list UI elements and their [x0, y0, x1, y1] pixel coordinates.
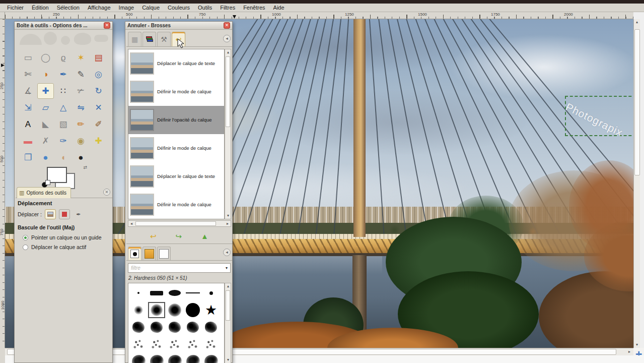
tool-crop[interactable]: ✃	[73, 83, 89, 99]
tab-tool-options[interactable]: ▥ Options des outils	[17, 187, 71, 198]
tool-ellipse-select[interactable]: ◯	[37, 50, 54, 66]
tab-gradients[interactable]	[157, 247, 171, 260]
tool-ink[interactable]: ✑	[55, 133, 71, 149]
undo-item[interactable]: Définir le mode de calque	[128, 134, 224, 162]
brush-grain[interactable]	[148, 353, 166, 363]
tool-align[interactable]: ∷	[55, 83, 71, 99]
brush-spray[interactable]	[166, 336, 184, 353]
tool-rotate[interactable]: ↻	[90, 83, 107, 99]
brush-grid-vscrollbar[interactable]: ▴ ▾	[225, 283, 231, 363]
brush-thin-line[interactable]	[184, 284, 202, 301]
vertical-scroll-thumb[interactable]	[634, 29, 640, 175]
tool-cage-transform[interactable]: ✕	[90, 100, 107, 115]
tab-brushes[interactable]	[128, 247, 141, 260]
move-selection-toggle[interactable]	[59, 209, 70, 219]
tool-scale[interactable]: ⇲	[20, 100, 36, 115]
undo-window-titlebar[interactable]: Annuler - Brosses ✕	[125, 22, 232, 30]
swap-colors-icon[interactable]: ⇄	[83, 165, 87, 170]
scroll-down-icon[interactable]: ▾	[225, 213, 231, 219]
tool-dodge-burn[interactable]: ●	[73, 150, 89, 165]
undo-list-hscrollbar[interactable]: ◂ ▸	[128, 220, 231, 227]
brush-spray[interactable]	[148, 336, 166, 353]
menu-item-image[interactable]: Image	[115, 4, 138, 11]
brush-ellipse-flat[interactable]	[166, 284, 184, 301]
tool-perspective-clone[interactable]: ❐	[20, 150, 36, 165]
move-path-toggle[interactable]: ✒	[73, 209, 84, 219]
vertical-ruler[interactable]: 2505007501000	[0, 19, 5, 348]
tool-text[interactable]: A	[20, 116, 36, 132]
undo-list-vscrollbar[interactable]: ▴ ▾	[225, 49, 231, 219]
brush-grain[interactable]	[184, 353, 202, 363]
tool-clone[interactable]: ◉	[73, 133, 89, 149]
undo-item[interactable]: Déplacer le calque de texte	[128, 162, 224, 191]
tab-patterns[interactable]	[142, 247, 156, 260]
brush-spray[interactable]	[202, 336, 220, 353]
tab-layers-dialog[interactable]	[142, 32, 156, 46]
tool-fuzzy-select[interactable]: ✶	[73, 50, 89, 66]
scroll-down-icon[interactable]: ▾	[225, 357, 231, 363]
brush-star[interactable]: ★	[202, 301, 220, 319]
brush-hardness-050[interactable]	[148, 301, 166, 319]
radio-move-active-layer[interactable]: Déplacer le calque actif	[23, 244, 110, 250]
redo-button[interactable]: ↪	[176, 232, 182, 240]
brush-hardness-100[interactable]	[184, 301, 202, 319]
ruler-origin-button[interactable]	[0, 12, 5, 19]
tool-color-picker[interactable]: ✎	[73, 67, 89, 82]
brush-fuzzy-small[interactable]	[129, 301, 148, 319]
text-layer-selection[interactable]: Photograpix	[565, 96, 633, 136]
menu-item-couleurs[interactable]: Couleurs	[164, 4, 194, 11]
move-layer-toggle[interactable]	[45, 209, 56, 219]
tool-scissors-select[interactable]: ✄	[20, 67, 36, 82]
brush-texture[interactable]	[166, 319, 184, 336]
tool-select-by-color[interactable]: ▤	[90, 50, 107, 66]
tool-flip[interactable]: ⇋	[73, 100, 89, 115]
scroll-right-icon[interactable]: ▸	[225, 221, 231, 227]
brush-small-dot[interactable]	[202, 284, 220, 301]
panel-close-icon[interactable]: ✕	[103, 189, 110, 196]
tool-paths[interactable]: ✒	[55, 67, 71, 82]
menu-item-fichier[interactable]: Fichier	[3, 4, 28, 11]
brush-texture[interactable]	[202, 319, 220, 336]
menu-item-outils[interactable]: Outils	[194, 4, 216, 11]
menu-item-selection[interactable]: Sélection	[53, 4, 84, 11]
tool-bucket-fill[interactable]: ◣	[37, 116, 54, 132]
tool-measure[interactable]: ∡	[20, 83, 36, 99]
tool-eraser[interactable]: ▬	[20, 133, 36, 149]
menu-item-fenetres[interactable]: Fenêtres	[239, 4, 269, 11]
tool-airbrush[interactable]: ✗	[37, 133, 54, 149]
brush-grain[interactable]	[129, 353, 148, 363]
tool-blur-sharpen[interactable]: ●	[37, 150, 54, 165]
undo-item[interactable]: Déplacer le calque de texte	[128, 49, 224, 78]
menu-item-filtres[interactable]: Filtres	[216, 4, 239, 11]
tool-free-select[interactable]: ϱ	[55, 50, 71, 66]
tool-gradient[interactable]: ▧	[55, 116, 71, 132]
tool-move[interactable]: ✚	[37, 83, 54, 99]
brush-grid[interactable]: ★	[128, 283, 225, 363]
scroll-right-icon[interactable]: ▸	[626, 349, 632, 355]
tool-pencil[interactable]: ✏	[73, 116, 89, 132]
menu-item-affichage[interactable]: Affichage	[84, 4, 115, 11]
close-icon[interactable]: ✕	[104, 22, 110, 29]
tool-rect-select[interactable]: ▭	[20, 50, 36, 66]
scroll-left-icon[interactable]: ◂	[128, 221, 134, 227]
brush-grain[interactable]	[166, 353, 184, 363]
clear-history-button[interactable]: ▲	[201, 232, 208, 240]
tool-heal[interactable]: ✚	[90, 133, 107, 149]
brush-spray[interactable]	[129, 336, 148, 353]
tool-zoom[interactable]: ◎	[90, 67, 107, 82]
brush-texture[interactable]	[129, 319, 148, 336]
scroll-thumb[interactable]	[135, 221, 216, 226]
vertical-scrollbar[interactable]: ▴ ▾	[633, 19, 640, 348]
horizontal-ruler[interactable]: 25050075010001250150017502000	[5, 12, 633, 19]
tool-perspective[interactable]: △	[55, 100, 71, 115]
radio-pick-layer[interactable]: Pointer un calque ou un guide	[23, 234, 110, 240]
scroll-thumb[interactable]	[226, 56, 230, 127]
undo-item[interactable]: Définir le mode de calque	[128, 78, 224, 106]
brush-filter-combo[interactable]: filtre ▾	[128, 263, 231, 273]
tool-foreground-select[interactable]: ◑	[37, 67, 54, 82]
brushes-menu-icon[interactable]: ◂	[223, 249, 231, 256]
scroll-up-icon[interactable]: ▴	[634, 19, 640, 25]
scroll-up-icon[interactable]: ▴	[225, 49, 231, 55]
brush-block-bar[interactable]	[148, 284, 166, 301]
brush-texture[interactable]	[184, 319, 202, 336]
